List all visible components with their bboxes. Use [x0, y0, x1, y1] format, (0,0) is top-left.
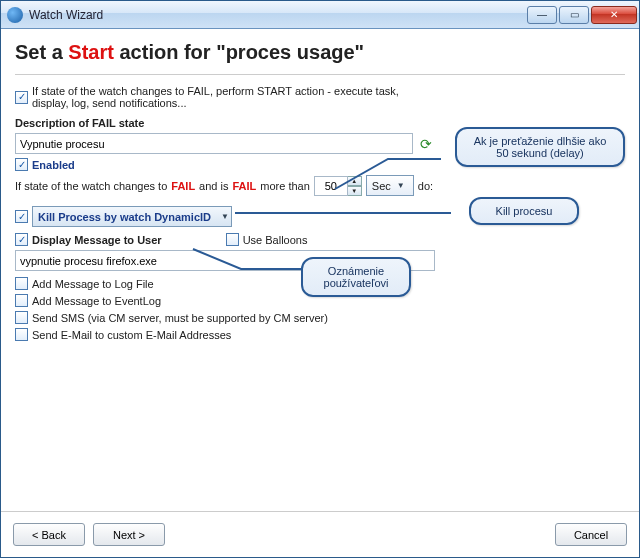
- cond-fail1: FAIL: [171, 180, 195, 192]
- action-label: Kill Process by watch DynamicID: [38, 211, 211, 223]
- description-label: Description of FAIL state: [15, 117, 144, 129]
- callout-kill: Kill procesu: [469, 197, 579, 225]
- footer: < Back Next > Cancel: [1, 511, 639, 557]
- email-checkbox[interactable]: [15, 328, 28, 341]
- cond-pre: If state of the watch changes to: [15, 180, 167, 192]
- sms-label: Send SMS (via CM server, must be support…: [32, 312, 328, 324]
- display-checkbox[interactable]: [15, 233, 28, 246]
- cond-mid: and is: [199, 180, 228, 192]
- spinner-buttons: ▲ ▼: [348, 176, 362, 196]
- desc-input-row: ⟳: [15, 133, 435, 154]
- callout-kill-text: Kill procesu: [496, 205, 553, 217]
- close-button[interactable]: ✕: [591, 6, 637, 24]
- page-heading: Set a Start action for "proces usage": [15, 41, 625, 64]
- eventlog-label: Add Message to EventLog: [32, 295, 161, 307]
- perform-action-label: If state of the watch changes to FAIL, p…: [32, 85, 435, 109]
- action-row: Kill Process by watch DynamicID ▼: [15, 206, 435, 227]
- threshold-spinner: ▲ ▼: [314, 176, 362, 196]
- callout-notify-text: Oznámenie používateľovi: [324, 265, 389, 289]
- heading-post: action for "proces usage": [114, 41, 364, 63]
- unit-value: Sec: [372, 180, 391, 192]
- refresh-icon[interactable]: ⟳: [417, 135, 435, 153]
- action-checkbox[interactable]: [15, 210, 28, 223]
- threshold-input[interactable]: [314, 176, 348, 196]
- spinner-up[interactable]: ▲: [348, 176, 362, 186]
- enabled-label: Enabled: [32, 159, 75, 171]
- balloons-label: Use Balloons: [243, 234, 308, 246]
- callout-delay-text: Ak je preťaženie dlhšie ako 50 sekund (d…: [474, 135, 607, 159]
- wizard-window: Watch Wizard — ▭ ✕ Set a Start action fo…: [0, 0, 640, 558]
- heading-divider: [15, 74, 625, 75]
- desc-label-row: Description of FAIL state: [15, 117, 435, 129]
- callout-delay: Ak je preťaženie dlhšie ako 50 sekund (d…: [455, 127, 625, 167]
- window-buttons: — ▭ ✕: [527, 6, 637, 24]
- eventlog-checkbox[interactable]: [15, 294, 28, 307]
- perform-action-checkbox[interactable]: [15, 91, 28, 104]
- sms-row: Send SMS (via CM server, must be support…: [15, 311, 435, 324]
- cond-fail2: FAIL: [232, 180, 256, 192]
- titlebar: Watch Wizard — ▭ ✕: [1, 1, 639, 29]
- heading-start: Start: [68, 41, 114, 63]
- balloons-checkbox[interactable]: [226, 233, 239, 246]
- enabled-checkbox[interactable]: [15, 158, 28, 171]
- cond-do: do:: [418, 180, 433, 192]
- row-perform-action: If state of the watch changes to FAIL, p…: [15, 85, 435, 109]
- back-button[interactable]: < Back: [13, 523, 85, 546]
- form-area: If state of the watch changes to FAIL, p…: [15, 85, 435, 341]
- action-dropdown[interactable]: Kill Process by watch DynamicID ▼: [32, 206, 232, 227]
- chevron-down-icon: ▼: [397, 181, 405, 190]
- display-row: Display Message to User Use Balloons: [15, 233, 435, 246]
- unit-dropdown[interactable]: Sec ▼: [366, 175, 414, 196]
- callout-notify: Oznámenie používateľovi: [301, 257, 411, 297]
- email-row: Send E-Mail to custom E-Mail Addresses: [15, 328, 435, 341]
- cancel-button[interactable]: Cancel: [555, 523, 627, 546]
- chevron-down-icon: ▼: [221, 212, 229, 221]
- condition-row: If state of the watch changes to FAIL an…: [15, 175, 435, 196]
- logfile-checkbox[interactable]: [15, 277, 28, 290]
- display-label: Display Message to User: [32, 234, 162, 246]
- content-area: Set a Start action for "proces usage" If…: [1, 29, 639, 511]
- cond-post: more than: [260, 180, 310, 192]
- app-icon: [7, 7, 23, 23]
- spinner-down[interactable]: ▼: [348, 186, 362, 196]
- window-title: Watch Wizard: [29, 8, 527, 22]
- maximize-button[interactable]: ▭: [559, 6, 589, 24]
- description-input[interactable]: [15, 133, 413, 154]
- enabled-row: Enabled: [15, 158, 435, 171]
- heading-pre: Set a: [15, 41, 68, 63]
- next-button[interactable]: Next >: [93, 523, 165, 546]
- logfile-label: Add Message to Log File: [32, 278, 154, 290]
- sms-checkbox[interactable]: [15, 311, 28, 324]
- minimize-button[interactable]: —: [527, 6, 557, 24]
- email-label: Send E-Mail to custom E-Mail Addresses: [32, 329, 231, 341]
